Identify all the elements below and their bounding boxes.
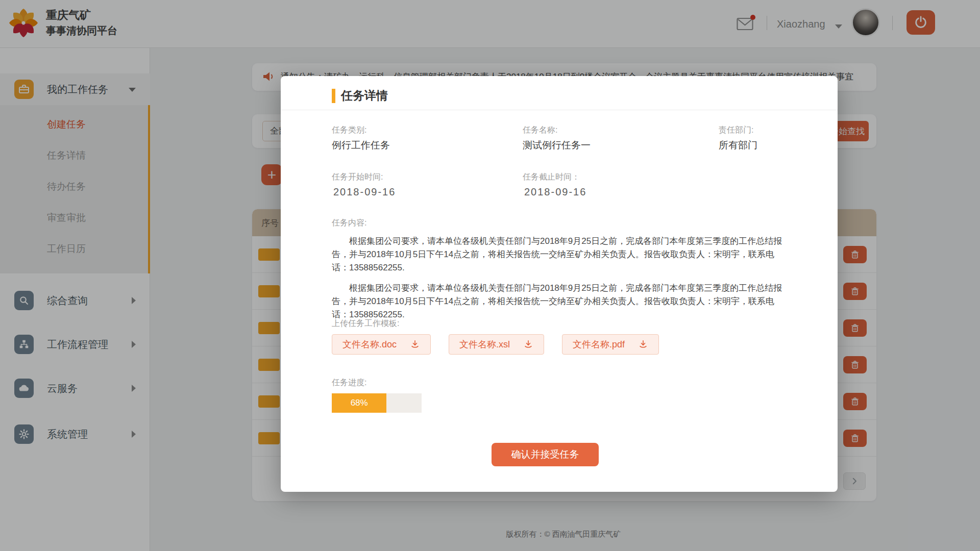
task-name-label: 任务名称: — [523, 125, 557, 136]
task-content-paragraph: 根据集团公司要求，请本单位各级机关责任部门与2018年9月25日之前，完成各部门… — [332, 235, 786, 274]
task-start-label: 任务开始时间: — [332, 172, 383, 183]
progress-fill: 68% — [332, 393, 386, 413]
task-detail-modal: 任务详情 任务类别: 任务名称: 责任部门: 例行工作任务 测试例行任务一 所有… — [281, 76, 838, 492]
modal-titlebar: 任务详情 — [332, 88, 388, 104]
file-chip-pdf[interactable]: 文件名称.pdf — [562, 334, 659, 355]
modal-title: 任务详情 — [341, 88, 388, 104]
task-end-label: 任务截止时间： — [523, 172, 580, 183]
task-end-value: 2018-09-16 — [524, 186, 586, 198]
file-chip-doc[interactable]: 文件名称.doc — [332, 334, 431, 355]
task-dept-label: 责任部门: — [719, 125, 753, 136]
task-content-paragraph: 根据集团公司要求，请本单位各级机关责任部门与2018年9月25日之前，完成各部门… — [332, 282, 786, 321]
title-accent-bar — [332, 89, 335, 103]
task-dept-value: 所有部门 — [719, 139, 757, 152]
task-name-value: 测试例行任务一 — [523, 139, 591, 152]
task-type-value: 例行工作任务 — [332, 139, 390, 152]
progress-text: 68% — [351, 398, 368, 408]
task-content: 根据集团公司要求，请本单位各级机关责任部门与2018年9月25日之前，完成各部门… — [332, 235, 786, 329]
download-icon — [523, 339, 533, 349]
file-chip-xsl[interactable]: 文件名称.xsl — [449, 334, 544, 355]
file-name: 文件名称.doc — [342, 338, 397, 350]
task-start-value: 2018-09-16 — [333, 186, 396, 198]
template-files-label: 上传任务工作模板: — [332, 318, 399, 329]
download-icon — [638, 339, 648, 349]
file-name: 文件名称.xsl — [459, 338, 510, 350]
task-type-label: 任务类别: — [332, 125, 366, 136]
progress-bar: 68% — [332, 393, 422, 413]
template-files: 文件名称.doc 文件名称.xsl 文件名称.pdf — [332, 334, 659, 355]
progress-label: 任务进度: — [332, 378, 366, 388]
download-icon — [410, 339, 420, 349]
modal-divider — [281, 110, 838, 110]
confirm-accept-button[interactable]: 确认并接受任务 — [492, 443, 599, 466]
file-name: 文件名称.pdf — [573, 338, 625, 350]
task-content-label: 任务内容: — [332, 218, 366, 229]
